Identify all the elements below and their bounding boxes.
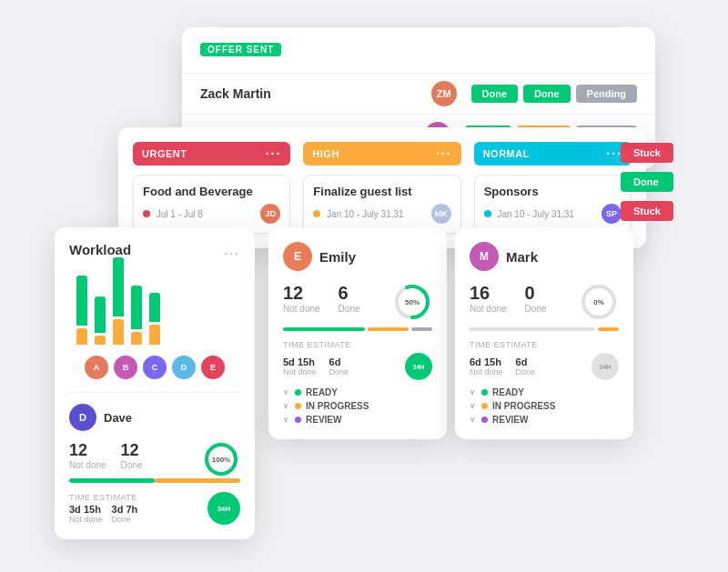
mark-avatar: M xyxy=(470,242,499,271)
dave-notdone-time-label: Not done xyxy=(69,515,103,524)
task-avatar-normal: SP xyxy=(602,204,622,224)
mark-stats: 16 Not done 0 Done xyxy=(470,283,547,314)
dave-notdone-num: 12 xyxy=(69,441,106,460)
mark-notdone-timelabel: Not done xyxy=(470,367,503,376)
mark-label-review: REVIEW xyxy=(492,415,528,425)
emily-notdone-label: Not done xyxy=(283,304,320,314)
bar-green-5 xyxy=(149,293,160,322)
mark-dot-ready xyxy=(481,389,488,396)
mark-badge: 34H xyxy=(592,353,619,380)
mark-label-ready: READY xyxy=(492,387,524,397)
mark-done-time: 6d Done xyxy=(516,356,536,376)
emily-label-inprogress: IN PROGRESS xyxy=(306,401,369,411)
workload-avatar-row: A B C D E xyxy=(69,356,240,379)
bar-yellow-1 xyxy=(76,328,87,345)
emily-avatar: E xyxy=(283,242,312,271)
mark-status-ready: ∨ READY xyxy=(470,387,619,397)
workload-dots-menu[interactable]: ... xyxy=(224,243,240,257)
emily-not-done-time: 5d 15h Not done xyxy=(283,356,317,376)
mark-notdone-time: 6d 15h xyxy=(470,356,503,367)
workload-avatar-4: D xyxy=(172,356,196,379)
dave-header: D Dave xyxy=(69,404,240,431)
offer-name-zack: Zack Martin xyxy=(200,86,431,101)
mark-time-section: TIME ESTIMATE 6d 15h Not done 6d Done 34… xyxy=(470,340,619,380)
bar-chart xyxy=(69,272,240,345)
kanban-header-normal: NORMAL ··· xyxy=(474,142,632,166)
dave-time-label: TIME ESTIMATE xyxy=(69,493,137,502)
dave-done-label: Done xyxy=(121,460,143,470)
kanban-task-urgent: Food and Beverage Jul 1 - Jul 8 JD xyxy=(133,175,290,234)
dave-section: D Dave 12 Not done 12 Done xyxy=(69,392,240,525)
emily-dot-ready xyxy=(295,389,301,396)
emily-done-time: 6d Done xyxy=(329,356,349,376)
emily-status-list: ∨ READY ∨ IN PROGRESS ∨ REVIEW xyxy=(283,387,432,425)
right-status-stuck1: Stuck xyxy=(621,143,673,163)
emily-chevron-inprogress: ∨ xyxy=(283,402,288,410)
mark-donut-label: 0% xyxy=(593,298,604,306)
dave-not-done: 12 Not done xyxy=(69,441,106,470)
mark-chevron-review: ∨ xyxy=(470,416,475,424)
bar-yellow-3 xyxy=(113,319,124,345)
bar-group-3 xyxy=(113,257,124,345)
dave-notdone-time-val: 3d 15h xyxy=(69,504,103,515)
task-avatar-high: MK xyxy=(431,204,451,224)
emily-donut-label: 50% xyxy=(405,298,420,306)
flag-urgent xyxy=(143,210,150,217)
emily-done-label: Done xyxy=(339,304,360,314)
mark-status-review: ∨ REVIEW xyxy=(470,415,619,425)
workload-avatar-2: B xyxy=(114,356,137,379)
dave-donut: 100% xyxy=(202,440,240,478)
task-title-urgent: Food and Beverage xyxy=(143,185,280,198)
dave-stats-row: 12 Not done 12 Done xyxy=(69,441,143,470)
mark-header: M Mark xyxy=(470,242,619,271)
emily-time-section: TIME ESTIMATE 5d 15h Not done 6d Done 34… xyxy=(283,340,432,380)
right-status-done: Done xyxy=(621,172,673,192)
mark-dot-review xyxy=(481,416,488,423)
task-meta-high: Jan 10 - July 31,31 MK xyxy=(313,204,450,224)
bar-green-4 xyxy=(131,286,142,329)
flag-high xyxy=(313,210,320,217)
status-pill-done2: Done xyxy=(523,85,571,103)
emily-progress xyxy=(283,327,432,331)
mark-prog-gray xyxy=(470,327,595,331)
mark-dot-inprogress xyxy=(481,403,488,409)
emily-chevron-review: ∨ xyxy=(283,416,288,424)
emily-name: Emily xyxy=(319,249,356,265)
mark-name: Mark xyxy=(506,249,538,265)
bar-yellow-2 xyxy=(95,336,106,345)
bar-group-5 xyxy=(149,293,160,345)
bar-yellow-4 xyxy=(131,332,142,345)
bar-yellow-5 xyxy=(149,325,160,345)
mark-not-done: 16 Not done xyxy=(470,283,507,314)
task-date-high: Jan 10 - July 31,31 xyxy=(313,209,403,219)
dave-notdone-label: Not done xyxy=(69,460,106,470)
workload-title: Workload xyxy=(69,242,131,257)
dave-time-info: TIME ESTIMATE 3d 15h Not done 3d 7h Done xyxy=(69,493,137,524)
offer-badge: OFFER SENT xyxy=(200,43,281,56)
workload-avatar-1: A xyxy=(85,356,108,379)
mark-notdone-label: Not done xyxy=(470,304,507,314)
dave-time-section: TIME ESTIMATE 3d 15h Not done 3d 7h Done… xyxy=(69,492,240,525)
dave-progress-fill2 xyxy=(155,478,240,483)
mark-chevron-ready: ∨ xyxy=(470,388,475,396)
emily-label-review: REVIEW xyxy=(306,415,341,425)
kanban-task-normal: Sponsors Jan 10 - July 31,31 SP xyxy=(474,175,632,234)
emily-prog-yellow xyxy=(368,327,409,331)
emily-done-time-val: 6d xyxy=(329,356,349,367)
dave-done-num: 12 xyxy=(121,441,143,460)
bar-group-2 xyxy=(95,296,106,345)
emily-status-review: ∨ REVIEW xyxy=(283,415,432,425)
task-title-high: Finalize guest list xyxy=(313,185,450,198)
bar-green-1 xyxy=(76,276,87,326)
right-status-stuck2: Stuck xyxy=(621,201,673,221)
workload-header: Workload ... xyxy=(69,242,240,257)
emily-prog-green xyxy=(283,327,365,331)
bar-green-2 xyxy=(95,296,106,333)
bar-green-3 xyxy=(113,257,124,316)
mark-not-done-time: 6d 15h Not done xyxy=(470,356,503,376)
kanban-col-high: HIGH ··· Finalize guest list Jan 10 - Ju… xyxy=(303,142,460,234)
task-avatar-urgent: JD xyxy=(260,204,280,224)
mark-done: 0 Done xyxy=(525,283,547,314)
kanban-col-urgent: URGENT ··· Food and Beverage Jul 1 - Jul… xyxy=(133,142,290,234)
emily-notdone-num: 12 xyxy=(283,283,303,304)
